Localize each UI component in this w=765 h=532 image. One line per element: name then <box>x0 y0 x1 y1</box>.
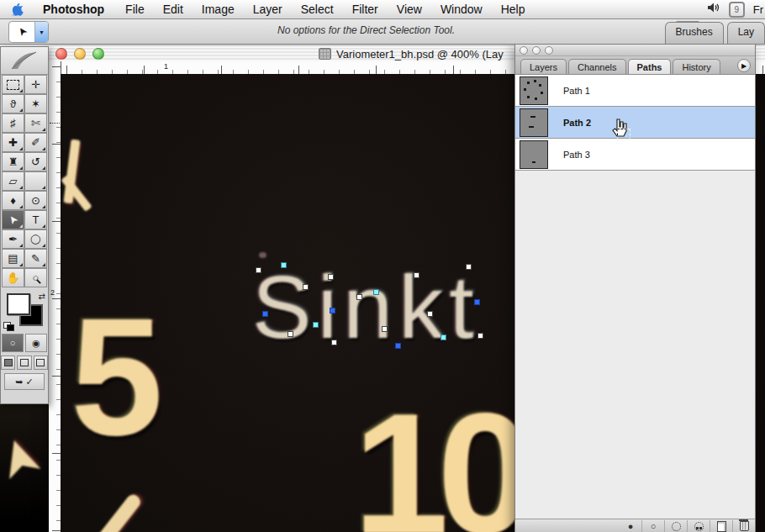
path-anchor[interactable] <box>330 308 335 313</box>
palette-minimize-button[interactable] <box>532 46 541 55</box>
path-1-label: Path 1 <box>563 86 590 96</box>
path-anchor[interactable] <box>331 340 337 345</box>
path-selection-tool-icon[interactable]: ➤ <box>2 210 24 229</box>
menu-window[interactable]: Window <box>441 3 483 16</box>
type-tool[interactable]: T <box>24 210 47 229</box>
stroke-path-button[interactable]: ○ <box>641 520 664 532</box>
crop-tool[interactable]: ♯ <box>2 113 24 133</box>
slice-tool[interactable]: ✄ <box>24 113 47 133</box>
palette-title-bar[interactable] <box>515 45 755 56</box>
path-anchor[interactable] <box>256 267 261 273</box>
volume-icon[interactable] <box>707 2 720 17</box>
path-row-2[interactable]: Path 2 <box>515 107 755 139</box>
imageready-arrow-icon: ➥ <box>15 377 23 387</box>
menu-app-name[interactable]: Photoshop <box>43 3 104 16</box>
path-anchor[interactable] <box>395 343 401 349</box>
path-anchor[interactable] <box>466 264 472 270</box>
path-anchor[interactable] <box>281 262 287 268</box>
palette-zoom-button[interactable] <box>545 46 553 55</box>
new-path-icon <box>717 521 726 532</box>
tab-channels[interactable]: Channels <box>568 59 625 74</box>
tab-brushes[interactable]: Brushes <box>665 22 724 44</box>
path-1-thumbnail[interactable] <box>520 76 548 105</box>
dodge-tool[interactable]: ⊙ <box>24 191 47 210</box>
jump-to-imageready-button[interactable]: ➥ ✓ <box>4 373 45 390</box>
menu-view[interactable]: View <box>397 3 422 16</box>
fill-path-button[interactable]: ● <box>620 520 641 532</box>
close-button[interactable] <box>55 48 67 60</box>
path-anchor[interactable] <box>313 322 319 328</box>
classic-environment-icon[interactable]: 9 <box>729 2 745 18</box>
standard-screen-button[interactable] <box>1 356 15 370</box>
path-anchor[interactable] <box>441 334 446 340</box>
lasso-icon: ϑ <box>10 98 16 109</box>
preset-dropdown-button[interactable]: ▼ <box>34 22 48 42</box>
foreground-color-swatch[interactable] <box>7 293 30 315</box>
load-selection-button[interactable] <box>664 520 687 532</box>
menu-file[interactable]: File <box>125 3 145 16</box>
menu-filter[interactable]: Filter <box>352 3 378 16</box>
menu-help[interactable]: Help <box>501 3 525 16</box>
make-work-path-button[interactable] <box>687 520 710 532</box>
gradient-tool[interactable] <box>24 171 47 191</box>
path-anchor[interactable] <box>427 311 433 317</box>
eraser-tool[interactable]: ▱ <box>2 171 24 191</box>
eyedropper-tool[interactable]: ✎ <box>24 249 47 268</box>
path-anchor[interactable] <box>382 326 388 332</box>
fullscreen-menubar-button[interactable] <box>17 356 31 370</box>
path-row-3[interactable]: Path 3 <box>515 139 755 171</box>
tab-layer-comps[interactable]: Lay <box>727 22 765 44</box>
dodge-icon: ⊙ <box>31 195 40 206</box>
tab-layers[interactable]: Layers <box>520 59 567 74</box>
blur-tool[interactable]: ♦ <box>2 191 24 210</box>
options-message: No options for the Direct Selection Tool… <box>277 24 455 36</box>
lasso-tool[interactable]: ϑ <box>2 94 24 113</box>
notes-tool[interactable]: ▤ <box>2 249 24 268</box>
apple-menu-icon[interactable] <box>12 3 24 17</box>
pen-tool[interactable]: ✒ <box>2 229 24 249</box>
menu-layer[interactable]: Layer <box>253 3 282 16</box>
menu-edit[interactable]: Edit <box>163 3 183 16</box>
path-2-thumbnail[interactable] <box>520 108 548 137</box>
hand-tool[interactable]: ✋ <box>2 268 24 287</box>
palette-close-button[interactable] <box>520 46 528 55</box>
move-tool[interactable]: ✛ <box>24 75 47 94</box>
healing-brush-tool[interactable]: ✚ <box>2 133 24 152</box>
path-anchor[interactable] <box>262 311 268 317</box>
zoom-window-button[interactable] <box>92 48 104 60</box>
zoom-tool-icon[interactable]: ○ <box>24 268 47 287</box>
fullscreen-button[interactable] <box>34 356 48 370</box>
path-anchor[interactable] <box>303 284 309 290</box>
path-row-1[interactable]: Path 1 <box>515 75 755 107</box>
magic-wand-tool[interactable]: ✶ <box>24 94 47 113</box>
swap-colors-icon[interactable]: ⇄ <box>39 292 45 301</box>
history-brush-tool[interactable]: ↺ <box>24 152 47 171</box>
shape-tool[interactable]: ◯ <box>24 229 47 249</box>
path-3-thumbnail[interactable] <box>520 140 548 169</box>
menu-clock[interactable]: Fr <box>753 3 763 16</box>
path-anchor[interactable] <box>328 274 334 280</box>
path-anchor[interactable] <box>288 331 293 337</box>
path-anchor[interactable] <box>356 294 362 300</box>
minimize-button[interactable] <box>74 48 86 60</box>
toolbox-title-bar[interactable] <box>1 47 48 75</box>
rectangular-marquee-tool[interactable] <box>2 75 24 94</box>
quick-mask-button[interactable]: ◉ <box>25 334 47 352</box>
tool-preset-picker[interactable]: ➤ ▼ <box>8 21 49 43</box>
path-anchor[interactable] <box>373 289 379 295</box>
menu-image[interactable]: Image <box>202 3 235 16</box>
standard-mode-button[interactable]: ○ <box>2 334 24 352</box>
brush-tool[interactable]: ✐ <box>24 133 47 152</box>
menu-select[interactable]: Select <box>301 3 334 16</box>
path-anchor[interactable] <box>474 299 480 305</box>
path-anchor[interactable] <box>477 333 483 339</box>
palette-menu-button[interactable]: ▶ <box>737 59 751 72</box>
clone-stamp-tool[interactable]: ♜ <box>2 152 24 171</box>
delete-path-button[interactable] <box>732 520 755 532</box>
new-path-button[interactable] <box>710 520 732 532</box>
path-anchor[interactable] <box>414 272 419 278</box>
vertical-ruler[interactable] <box>49 61 61 532</box>
default-colors-icon[interactable] <box>3 322 13 330</box>
tab-paths[interactable]: Paths <box>628 59 672 74</box>
tab-history[interactable]: History <box>673 59 720 74</box>
